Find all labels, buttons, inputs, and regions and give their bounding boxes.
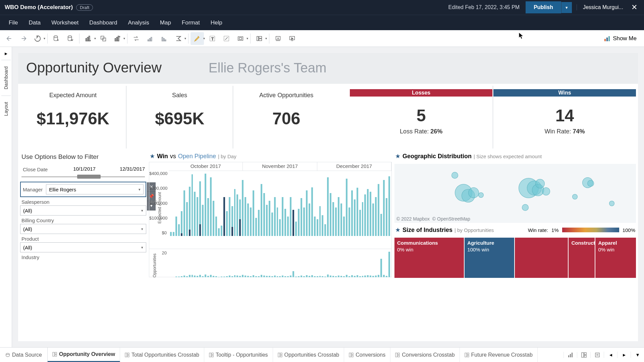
download-button[interactable] (271, 32, 285, 45)
star-icon: ★ (395, 153, 400, 160)
redo-button[interactable] (17, 32, 30, 45)
annotate-button[interactable] (220, 32, 233, 45)
treemap-cell[interactable]: Construction (569, 238, 595, 278)
highlight-button[interactable] (191, 32, 204, 45)
win-pipeline-chart[interactable]: ★ Win vs Open Pipeline | by Day Expected… (149, 151, 392, 286)
publish-button[interactable]: Publish (526, 1, 561, 13)
kpi-expected[interactable]: Expected Amount $11,976K (20, 86, 127, 148)
save-button[interactable] (64, 32, 77, 45)
sheet-tab[interactable]: Total Opportunities Crosstab (120, 348, 204, 362)
new-story-button[interactable] (590, 352, 604, 358)
highlight-dropdown-icon[interactable]: ▾ (203, 37, 205, 40)
date-from: 10/1/2017 (73, 166, 96, 172)
sort-asc-button[interactable] (144, 32, 157, 45)
sheet-tab[interactable]: Opportunities Crosstab (273, 348, 344, 362)
kpi-sales[interactable]: Sales $695K (127, 86, 233, 148)
show-me-icon (604, 36, 610, 42)
svg-rect-56 (584, 355, 586, 357)
publish-dropdown[interactable]: ▾ (561, 2, 572, 13)
manager-filter-selected[interactable]: Manager Ellie Rogers ✕ 📌 ▾ (20, 182, 146, 197)
filter-panel: Use Options Below to Filter Close Date 1… (20, 151, 146, 286)
svg-rect-10 (148, 40, 149, 41)
date-slider[interactable] (21, 175, 145, 178)
dashboard-subtitle: Ellie Rogers's Team (209, 60, 326, 75)
sheet-tab[interactable]: Tooltip - Opportunities (204, 348, 273, 362)
industries-treemap[interactable]: Communications0% winAgriculture100% winC… (394, 238, 636, 278)
user-name[interactable]: Jessica Murgui... (577, 4, 629, 10)
chart-bars (169, 171, 391, 236)
sheet-tab[interactable]: Conversions (344, 348, 390, 362)
new-ws-dropdown-icon[interactable]: ▾ (94, 37, 96, 40)
billing-country-select[interactable]: (All) (20, 224, 146, 234)
dashboard-canvas[interactable]: Opportunity Overview Ellie Rogers's Team… (18, 53, 638, 341)
kpi-active[interactable]: Active Opportunities 706 (233, 86, 339, 148)
clear-dropdown-icon[interactable]: ▾ (123, 37, 125, 40)
swap-button[interactable] (129, 32, 143, 45)
duplicate-button[interactable] (97, 32, 110, 45)
show-me-button[interactable]: Show Me (604, 35, 641, 42)
svg-rect-49 (467, 353, 469, 355)
text-button[interactable]: T (206, 32, 219, 45)
sheet-tab[interactable]: Conversions Crosstab (390, 348, 460, 362)
sheet-tabs: Data Source Opportunity OverviewTotal Op… (0, 347, 644, 362)
svg-rect-47 (398, 355, 399, 357)
menu-dashboard[interactable]: Dashboard (84, 16, 122, 29)
totals-button[interactable] (172, 32, 185, 45)
svg-rect-5 (101, 36, 104, 39)
fit-dropdown-icon[interactable]: ▾ (247, 37, 248, 40)
sheet-tab[interactable]: Future Revenue Crosstab (460, 348, 538, 362)
canvas-wrap: Opportunity Overview Ellie Rogers's Team… (12, 47, 644, 347)
totals-dropdown-icon[interactable]: ▾ (184, 37, 186, 40)
menu-analysis[interactable]: Analysis (122, 16, 154, 29)
data-source-tab[interactable]: Data Source (0, 348, 48, 362)
svg-rect-33 (125, 353, 127, 357)
new-datasource-button[interactable] (50, 32, 63, 45)
prev-tab-button[interactable]: ◂ (604, 352, 617, 358)
revert-dropdown-icon[interactable]: ▾ (44, 37, 45, 40)
undo-button[interactable] (3, 32, 16, 45)
slider-thumb[interactable] (77, 175, 101, 179)
treemap-cell[interactable]: Agriculture100% win (465, 238, 514, 278)
sheet-tab[interactable]: Opportunity Overview (48, 348, 120, 362)
treemap-cell[interactable] (515, 238, 568, 278)
menu-map[interactable]: Map (155, 16, 176, 29)
expand-sidepanel-button[interactable]: ▸ (5, 47, 7, 60)
treemap-cell[interactable]: Communications0% win (394, 238, 464, 278)
new-worksheet-button[interactable] (82, 32, 95, 45)
geo-map[interactable]: © 2022 Mapbox © OpenStreetMap (394, 164, 636, 223)
workbook-title: WBO Demo (Accelerator) (5, 4, 73, 11)
new-dashboard-button[interactable] (577, 352, 590, 358)
svg-rect-13 (162, 37, 163, 41)
new-sheet-button[interactable] (564, 352, 577, 358)
sort-desc-button[interactable] (158, 32, 171, 45)
svg-rect-21 (257, 36, 259, 41)
fit-button[interactable] (234, 32, 247, 45)
menu-format[interactable]: Format (176, 16, 205, 29)
salesperson-select[interactable]: (All) (20, 205, 146, 216)
product-select[interactable]: (All) (20, 242, 146, 252)
revert-button[interactable] (31, 32, 44, 45)
menu-help[interactable]: Help (205, 16, 228, 29)
svg-rect-9 (118, 36, 119, 41)
kpi-losses[interactable]: Losses 5 Loss Rate: 26% (350, 86, 493, 148)
show-cards-dropdown-icon[interactable]: ▾ (265, 37, 267, 40)
left-rail: ▸ Dashboard Layout (0, 47, 12, 347)
manager-select[interactable]: Ellie Rogers (46, 184, 144, 194)
svg-rect-46 (398, 353, 399, 355)
next-tab-button[interactable]: ▸ (617, 352, 631, 358)
tab-menu-button[interactable]: ▾ (631, 352, 644, 358)
clear-button[interactable] (111, 32, 124, 45)
show-cards-button[interactable] (253, 32, 266, 45)
siderail-layout-tab[interactable]: Layout (1, 96, 11, 122)
present-button[interactable] (285, 32, 299, 45)
date-to: 12/31/2017 (120, 166, 145, 172)
kpi-wins[interactable]: Wins 14 Win Rate: 74% (493, 86, 636, 148)
svg-rect-15 (165, 40, 166, 41)
menu-worksheet[interactable]: Worksheet (46, 16, 84, 29)
treemap-cell[interactable]: Apparel0% win (595, 238, 636, 278)
menu-data[interactable]: Data (23, 16, 46, 29)
close-icon[interactable]: ✕ (629, 3, 639, 12)
siderail-dashboard-tab[interactable]: Dashboard (1, 60, 11, 96)
svg-rect-44 (352, 355, 353, 357)
menu-file[interactable]: File (3, 16, 23, 29)
